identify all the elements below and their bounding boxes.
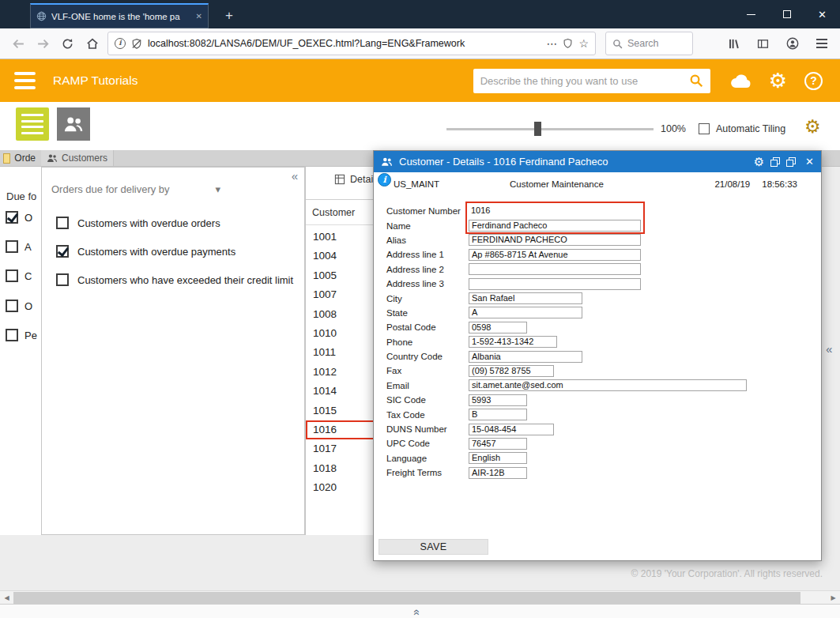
help-icon[interactable]: ? <box>804 72 823 90</box>
automatic-tiling-checkbox[interactable] <box>699 123 710 134</box>
tile-windows-icon[interactable] <box>770 157 780 167</box>
field-email[interactable]: sit.amet.ante@sed.com <box>469 379 747 391</box>
tab-customers[interactable]: Customers <box>41 150 114 166</box>
save-button[interactable]: SAVE <box>379 539 488 555</box>
page-info-icon[interactable]: i <box>115 38 126 49</box>
tab-details[interactable]: Details <box>334 174 374 185</box>
zoom-slider-handle[interactable] <box>534 122 541 136</box>
program-id: US_MAINT <box>394 179 439 189</box>
new-tab-button[interactable]: + <box>218 5 240 27</box>
scroll-left-arrow[interactable]: ◀ <box>0 591 13 604</box>
tab-orders[interactable]: Orde <box>0 150 41 166</box>
collapse-up-icon[interactable]: « <box>411 609 424 616</box>
scroll-right-arrow[interactable]: ▶ <box>827 591 840 604</box>
orders-due-dropdown[interactable]: Orders due for delivery by ▾ <box>51 183 220 195</box>
field-name[interactable]: Ferdinand Pacheco <box>469 220 641 232</box>
customer-list-item[interactable]: 1018 <box>306 459 374 478</box>
url-text[interactable]: localhost:8082/LANSA6/DEM/UF_OEXEC.html?… <box>148 38 541 49</box>
field-fax[interactable]: (09) 5782 8755 <box>469 365 554 377</box>
app-search-input[interactable] <box>480 75 684 87</box>
reload-icon[interactable] <box>55 32 80 55</box>
search-icon[interactable] <box>689 73 703 88</box>
back-button[interactable] <box>6 32 31 55</box>
sidebar-icon[interactable] <box>751 32 775 55</box>
field-phone[interactable]: 1-592-413-1342 <box>469 336 557 348</box>
bookmark-star-icon[interactable]: ☆ <box>578 37 589 50</box>
scrollbar-thumb[interactable] <box>13 592 800 604</box>
field-tax-code[interactable]: B <box>469 409 527 420</box>
menu-icon[interactable] <box>809 32 834 55</box>
field-postal-code[interactable]: 0598 <box>469 322 527 333</box>
copyright-text: © 2019 'Your Corporation'. All rights re… <box>631 568 823 579</box>
browser-search[interactable]: Search <box>605 32 693 55</box>
customer-list-item[interactable]: 1008 <box>306 305 374 324</box>
customer-filter-option: Customers with overdue orders <box>56 217 220 229</box>
customer-list-item[interactable]: 1011 <box>306 343 374 362</box>
cloud-icon[interactable] <box>729 73 751 89</box>
field-address-line-3[interactable] <box>469 278 641 290</box>
window-titlebar[interactable]: Customer - Details - 1016 Ferdinand Pach… <box>374 151 821 172</box>
field-duns-number[interactable]: 15-048-454 <box>469 424 554 435</box>
due-filter-option-checkbox[interactable] <box>6 240 18 253</box>
field-city[interactable]: San Rafael <box>469 292 582 304</box>
customer-filter-option-checkbox[interactable] <box>56 217 69 229</box>
customer-list-item[interactable]: 1016 <box>306 420 374 439</box>
customer-list-item[interactable]: 1010 <box>306 324 374 343</box>
settings-gear-icon[interactable]: ⚙ <box>769 70 787 91</box>
customer-list-item[interactable]: 1012 <box>306 363 374 382</box>
library-icon[interactable] <box>721 32 746 55</box>
settings-gear-icon[interactable]: ⚙ <box>804 118 821 136</box>
info-icon[interactable]: i <box>378 173 391 187</box>
shield-icon[interactable] <box>563 38 573 49</box>
home-icon[interactable] <box>80 32 104 55</box>
account-icon[interactable] <box>780 32 804 55</box>
customer-filter-option-checkbox[interactable] <box>56 273 69 286</box>
field-label: UPC Code <box>386 439 469 448</box>
customer-list-item[interactable]: 1014 <box>306 382 374 401</box>
field-freight-terms[interactable]: AIR-12B <box>469 467 527 479</box>
customers-tool-icon[interactable] <box>57 107 90 141</box>
field-state[interactable]: A <box>469 307 582 318</box>
settings-gear-icon[interactable]: ⚙ <box>754 156 764 168</box>
cascade-windows-icon[interactable] <box>786 157 796 167</box>
orders-tool-icon[interactable] <box>16 107 49 141</box>
customer-list-item[interactable]: 1005 <box>306 266 374 285</box>
due-filter-option-checkbox[interactable] <box>6 329 18 341</box>
due-filter-option-checkbox[interactable] <box>6 211 18 224</box>
app-search[interactable] <box>473 69 710 93</box>
field-alias[interactable]: FERDINAND PACHECO <box>469 234 641 246</box>
horizontal-scrollbar[interactable]: ◀ ▶ <box>0 590 840 604</box>
customer-list-item[interactable]: 1020 <box>306 478 374 497</box>
customer-filter-option-checkbox[interactable] <box>56 245 69 258</box>
url-bar[interactable]: i localhost:8082/LANSA6/DEM/UF_OEXEC.htm… <box>107 32 596 55</box>
field-address-line-2[interactable] <box>469 263 641 275</box>
field-label: Address line 3 <box>386 279 469 288</box>
app-menu-icon[interactable] <box>14 72 36 89</box>
customer-list-item[interactable]: 1007 <box>306 285 374 304</box>
tab-close-icon[interactable]: ✕ <box>196 12 202 21</box>
zoom-slider-track[interactable] <box>446 128 654 130</box>
divider <box>306 199 374 200</box>
customer-list-item[interactable]: 1017 <box>306 439 374 458</box>
field-language[interactable]: English <box>469 452 527 464</box>
close-window-button[interactable]: ✕ <box>804 0 840 28</box>
collapse-panel-icon[interactable]: « <box>292 169 298 183</box>
page-actions-icon[interactable]: ⋯ <box>546 37 557 50</box>
customer-list-item[interactable]: 1015 <box>306 401 374 420</box>
field-sic-code[interactable]: 5993 <box>469 394 527 406</box>
customer-list-item[interactable]: 1004 <box>306 247 374 266</box>
collapse-panel-icon[interactable]: « <box>826 342 832 356</box>
close-icon[interactable]: ✕ <box>805 156 814 168</box>
due-filter-option-checkbox[interactable] <box>6 269 18 282</box>
field-upc-code[interactable]: 76457 <box>469 438 527 450</box>
customer-list-item[interactable]: 1001 <box>306 228 374 247</box>
maximize-button[interactable] <box>769 0 804 28</box>
shield-disabled-icon[interactable] <box>131 38 142 50</box>
minimize-button[interactable] <box>733 0 769 28</box>
forward-button[interactable] <box>31 32 55 55</box>
field-address-line-1[interactable]: Ap #865-8715 At Avenue <box>469 249 641 261</box>
browser-tab[interactable]: VLF-ONE home is the 'home pa ✕ <box>30 3 209 28</box>
field-customer-number[interactable]: 1016 <box>469 205 548 217</box>
field-country-code[interactable]: Albania <box>469 351 582 363</box>
due-filter-option-checkbox[interactable] <box>6 300 18 312</box>
